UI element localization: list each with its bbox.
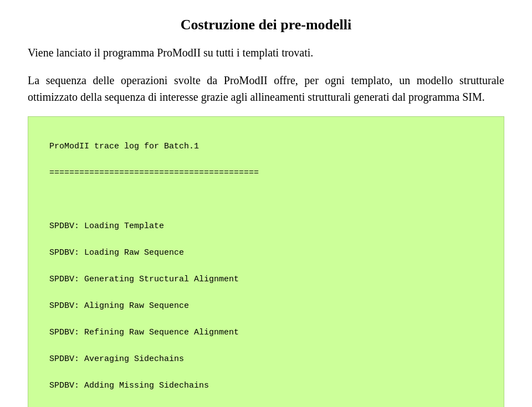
log-output: ProModII trace log for Batch.1 =========… (28, 116, 504, 407)
log-header-line2: ========================================… (49, 168, 259, 178)
log-line-4: SPDBV: Aligning Raw Sequence (49, 301, 189, 311)
log-line-1: SPDBV: Loading Template (49, 221, 164, 231)
log-line-2: SPDBV: Loading Raw Sequence (49, 248, 184, 257)
log-line-3: SPDBV: Generating Structural Alignment (49, 275, 239, 284)
log-header-line1: ProModII trace log for Batch.1 (49, 142, 199, 151)
paragraph-2: La sequenza delle operazioni svolte da P… (28, 72, 504, 105)
log-line-5: SPDBV: Refining Raw Sequence Alignment (49, 328, 239, 337)
page-title: Costruzione dei pre-modelli (28, 17, 504, 33)
log-line-6: SPDBV: Averaging Sidechains (49, 354, 184, 364)
log-line-7: SPDBV: Adding Missing Sidechains (49, 381, 209, 390)
paragraph-1: Viene lanciato il programma ProModII su … (28, 44, 504, 61)
